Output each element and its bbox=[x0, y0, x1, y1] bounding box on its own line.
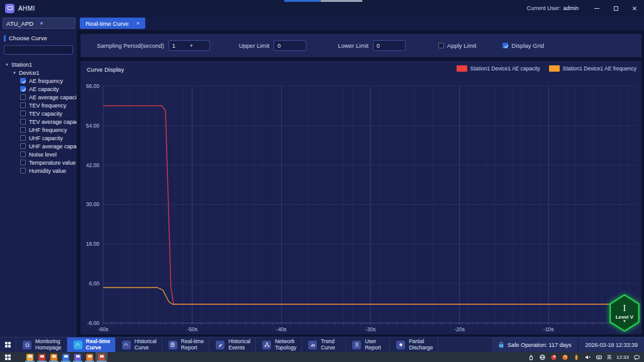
nav-item-historical-events[interactable]: HistoricalEvents bbox=[209, 337, 256, 352]
nav-item-user-report[interactable]: UserReport bbox=[346, 337, 390, 352]
curve-search-input[interactable] bbox=[4, 45, 73, 55]
tree-item-temperature-value[interactable]: Temperature value bbox=[4, 158, 73, 167]
nav-item-historical-curve[interactable]: HistoricalCurve bbox=[116, 337, 162, 352]
curve-checkbox[interactable] bbox=[20, 111, 26, 116]
nav-item-real-time-report[interactable]: Real-timeReport bbox=[162, 337, 209, 352]
curve-checkbox[interactable] bbox=[20, 94, 26, 100]
home-icon bbox=[23, 341, 31, 349]
curve-checkbox[interactable] bbox=[20, 135, 26, 141]
lower-limit-input[interactable] bbox=[373, 40, 406, 51]
apps-grid-icon[interactable] bbox=[0, 337, 16, 352]
tree-node-station[interactable]: ▼Station1 bbox=[4, 60, 73, 69]
app-window: AHMI Current User:admin ✕ ATU_APD ▼ Real… bbox=[0, 0, 644, 362]
tree-item-ae-capacity[interactable]: AE capacity bbox=[4, 85, 73, 93]
legend-item: Station1 Device1 AE frequency bbox=[549, 65, 636, 72]
nav-item-trend-curve[interactable]: TrendCurve bbox=[302, 337, 346, 352]
curve-checkbox[interactable] bbox=[20, 143, 26, 149]
maximize-button[interactable] bbox=[606, 0, 625, 16]
network-globe-icon[interactable] bbox=[539, 354, 546, 361]
tree-item-ae-average-capacity[interactable]: AE average capacity bbox=[4, 93, 73, 101]
minimize-button[interactable] bbox=[587, 0, 606, 16]
sampling-period-value: 1 bbox=[172, 43, 189, 49]
taskbar-app-red[interactable] bbox=[36, 352, 48, 362]
chevron-down-icon: ▼ bbox=[39, 21, 72, 26]
nav-item-network-topology[interactable]: NetworkTopology bbox=[256, 337, 302, 352]
notifications-icon[interactable] bbox=[633, 354, 640, 361]
tree-item-uhf-capacity[interactable]: UHF capacity bbox=[4, 134, 73, 142]
device-dropdown[interactable]: ATU_APD ▼ bbox=[3, 18, 75, 29]
taskbar-file-explorer[interactable] bbox=[24, 352, 36, 362]
content-area: Choose Curve ▼Station1▼Device1AE frequen… bbox=[0, 30, 644, 337]
tree-item-uhf-frequency[interactable]: UHF frequency bbox=[4, 126, 73, 134]
nav-item-real-time-curve[interactable]: Real-timeCurve bbox=[67, 337, 116, 352]
curve-checkbox[interactable] bbox=[20, 119, 26, 124]
close-button[interactable]: ✕ bbox=[625, 0, 644, 16]
tree-expand-icon[interactable]: ▼ bbox=[5, 63, 9, 67]
display-grid-checkbox[interactable]: Display Grid bbox=[502, 42, 544, 49]
upper-limit-input[interactable] bbox=[274, 40, 306, 51]
tab-close-icon[interactable]: × bbox=[136, 20, 140, 26]
sidebar-title: Choose Curve bbox=[9, 35, 47, 41]
svg-text:66.00: 66.00 bbox=[86, 83, 100, 89]
usb-icon[interactable] bbox=[528, 354, 535, 361]
legend-item: Station1 Device1 AE capacity bbox=[457, 65, 540, 72]
curve-checkbox[interactable] bbox=[20, 78, 26, 84]
chart-panel: Curve Display Station1 Device1 AE capaci… bbox=[80, 61, 641, 334]
curve-checkbox[interactable] bbox=[20, 151, 26, 157]
svg-text:-60s: -60s bbox=[98, 326, 109, 332]
system-tray: 英12:33 bbox=[523, 352, 644, 362]
legend-swatch bbox=[457, 65, 467, 72]
svg-text:6.00: 6.00 bbox=[89, 280, 99, 287]
tree-item-noise-level[interactable]: Noise level bbox=[4, 150, 73, 158]
taskbar-clock[interactable]: 12:33 bbox=[616, 354, 629, 360]
level-badge[interactable]: I Level V ▼ bbox=[608, 294, 641, 332]
taskbar-app-blue[interactable] bbox=[60, 352, 72, 362]
firefox-icon[interactable] bbox=[562, 354, 569, 361]
tree-item-uhf-average-capacity[interactable]: UHF average capacity bbox=[4, 142, 73, 150]
curve-checkbox[interactable] bbox=[20, 102, 26, 108]
svg-text:-6.00: -6.00 bbox=[87, 320, 100, 326]
chart-title: Curve Display bbox=[87, 66, 124, 73]
bottom-nav: MonitoringHomepageReal-timeCurveHistoric… bbox=[0, 337, 644, 352]
device-dropdown-value: ATU_APD bbox=[6, 20, 39, 27]
taskbar-app-orange[interactable] bbox=[48, 352, 60, 362]
curve-checkbox[interactable] bbox=[20, 86, 26, 92]
nav-item-monitoring-homepage[interactable]: MonitoringHomepage bbox=[16, 337, 67, 352]
sampling-period-select[interactable]: 1 ▼ bbox=[169, 40, 210, 51]
curve-checkbox[interactable] bbox=[20, 127, 26, 133]
keyboard-icon[interactable] bbox=[596, 354, 602, 361]
taskbar-app-purple[interactable] bbox=[72, 352, 84, 362]
tree-expand-icon[interactable]: ▼ bbox=[13, 71, 16, 75]
titlebar: AHMI Current User:admin ✕ bbox=[0, 0, 644, 16]
svg-text:-40s: -40s bbox=[276, 326, 287, 332]
tree-item-tev-frequency[interactable]: TEV frequency bbox=[4, 101, 73, 109]
accent-bar bbox=[4, 35, 6, 41]
tree-item-tev-average-capacity[interactable]: TEV average capacity bbox=[4, 118, 73, 126]
tab-bar: ATU_APD ▼ Real-time Curve × bbox=[0, 16, 644, 30]
apply-limit-checkbox[interactable]: Apply Limit bbox=[438, 42, 476, 49]
svg-text:-10s: -10s bbox=[543, 326, 554, 332]
nav-item-partial-discharge[interactable]: PartialDischarge bbox=[390, 337, 438, 352]
tree-item-tev-capacity[interactable]: TEV capacity bbox=[4, 109, 73, 118]
taskbar-ahmi-app[interactable] bbox=[96, 352, 108, 362]
controls-panel: Sampling Period(second) 1 ▼ Upper Limit … bbox=[80, 34, 641, 57]
svg-text:42.00: 42.00 bbox=[86, 162, 100, 168]
antivirus-icon[interactable] bbox=[550, 354, 557, 361]
curve-checkbox[interactable] bbox=[20, 160, 26, 165]
star-icon bbox=[396, 341, 405, 349]
battery-icon[interactable] bbox=[573, 354, 580, 361]
volume-muted-icon[interactable] bbox=[584, 354, 591, 361]
system-datetime: 2026-03-18 12:33:39 bbox=[579, 337, 644, 352]
tab-realtime-curve[interactable]: Real-time Curve × bbox=[80, 18, 145, 29]
curve-plot: 66.0054.0042.0030.0018.006.00-6.00-60s-5… bbox=[80, 77, 641, 334]
svg-text:-30s: -30s bbox=[365, 326, 376, 332]
taskbar-app-orange-plus[interactable] bbox=[84, 352, 96, 362]
ime-indicator[interactable]: 英 bbox=[607, 354, 612, 361]
lock-icon bbox=[498, 341, 504, 348]
curve-checkbox[interactable] bbox=[20, 168, 26, 173]
start-button[interactable] bbox=[0, 352, 15, 362]
tree-node-device[interactable]: ▼Device1 bbox=[4, 69, 73, 77]
svg-text:-50s: -50s bbox=[187, 326, 197, 332]
tree-item-ae-frequency[interactable]: AE frequency bbox=[4, 77, 73, 85]
tree-item-humidity-value[interactable]: Humidity value bbox=[4, 167, 73, 175]
